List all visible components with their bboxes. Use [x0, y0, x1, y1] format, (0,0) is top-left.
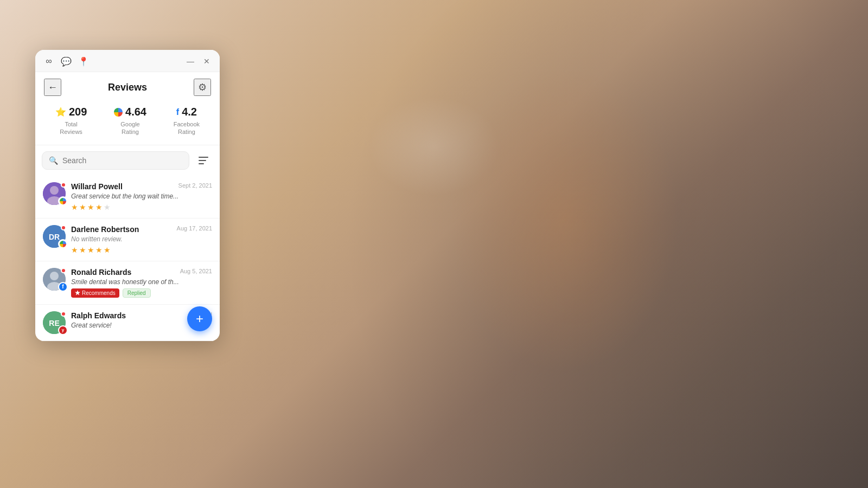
search-icon: 🔍	[49, 156, 58, 165]
svg-text:DR: DR	[49, 233, 60, 241]
infinity-icon[interactable]: ∞	[43, 55, 55, 67]
review-date: Aug 5, 2021	[180, 268, 212, 274]
review-content: Ronald Richards Aug 5, 2021 Smile dental…	[71, 268, 212, 298]
review-date: Aug 17, 2021	[177, 225, 212, 232]
replied-badge: Replied	[123, 288, 151, 298]
svg-text:RE: RE	[49, 319, 59, 328]
star-rating: ★ ★ ★ ★ ★	[71, 203, 212, 211]
svg-rect-0	[199, 157, 208, 158]
avatar-wrap: RE y	[43, 311, 66, 334]
source-badge-google	[58, 196, 68, 206]
reviews-widget: ∞ 💬 📍 — ✕ ← Reviews ⚙ ⭐ 209 TotalReviews	[35, 50, 220, 341]
avatar-wrap	[43, 182, 66, 205]
close-button[interactable]: ✕	[201, 56, 212, 67]
chat-icon[interactable]: 💬	[60, 55, 72, 67]
star-icon: ⭐	[55, 107, 66, 117]
stats-row: ⭐ 209 TotalReviews 4.64 GoogleRating f 4…	[35, 100, 220, 145]
reviewer-name: Darlene Robertson	[71, 225, 139, 234]
review-badges: Recommends Replied	[71, 288, 212, 298]
source-badge-yelp: y	[58, 325, 68, 335]
star-rating: ★ ★ ★ ★ ★	[71, 246, 212, 254]
svg-rect-1	[199, 160, 206, 161]
review-content: Willard Powell Sept 2, 2021 Great servic…	[71, 182, 212, 211]
titlebar-app-icons: ∞ 💬 📍	[43, 55, 90, 67]
search-input[interactable]	[62, 156, 182, 165]
search-container: 🔍	[35, 145, 220, 176]
reviewer-name: Ronald Richards	[71, 268, 131, 277]
google-icon	[114, 108, 123, 117]
source-badge-facebook: f	[58, 282, 68, 292]
titlebar-controls: — ✕	[185, 56, 212, 67]
stat-total-reviews: ⭐ 209 TotalReviews	[55, 106, 87, 136]
filter-button[interactable]	[194, 151, 213, 170]
review-item[interactable]: DR Darlene Robertson Aug 17, 2021 No wri…	[35, 219, 220, 261]
review-text: No written review.	[71, 235, 212, 243]
search-input-wrap[interactable]: 🔍	[42, 151, 189, 170]
settings-button[interactable]: ⚙	[194, 79, 211, 96]
source-badge-google	[58, 239, 68, 249]
online-indicator	[61, 268, 66, 273]
reviewer-name: Willard Powell	[71, 182, 123, 191]
page-title: Reviews	[108, 82, 147, 93]
fab-button[interactable]: +	[187, 306, 212, 331]
stat-facebook-rating: f 4.2 FacebookRating	[174, 106, 200, 136]
svg-point-9	[50, 272, 59, 280]
avatar-wrap: f	[43, 268, 66, 291]
facebook-rating-value: 4.2	[182, 106, 197, 118]
titlebar: ∞ 💬 📍 — ✕	[35, 50, 220, 72]
minimize-button[interactable]: —	[185, 56, 196, 67]
facebook-icon: f	[176, 107, 179, 117]
avatar-wrap: DR	[43, 225, 66, 248]
svg-point-4	[50, 186, 59, 195]
online-indicator	[61, 225, 66, 230]
stat-google-rating: 4.64 GoogleRating	[114, 106, 146, 136]
review-text: Great service but the long wait time...	[71, 192, 212, 200]
recommends-badge: Recommends	[71, 288, 119, 298]
location-icon[interactable]: 📍	[78, 55, 90, 67]
total-reviews-label: TotalReviews	[60, 120, 82, 136]
total-reviews-value: 209	[69, 106, 87, 118]
page-header: ← Reviews ⚙	[35, 72, 220, 100]
online-indicator	[61, 311, 66, 317]
review-content: Darlene Robertson Aug 17, 2021 No writte…	[71, 225, 212, 254]
back-button[interactable]: ←	[44, 79, 61, 96]
review-date: Sept 2, 2021	[178, 182, 212, 189]
facebook-rating-label: FacebookRating	[174, 120, 200, 136]
online-indicator	[61, 182, 66, 188]
google-rating-value: 4.64	[125, 106, 146, 118]
svg-rect-2	[199, 163, 204, 164]
reviewer-name: Ralph Edwards	[71, 311, 126, 320]
review-item[interactable]: f Ronald Richards Aug 5, 2021 Smile dent…	[35, 261, 220, 305]
review-text: Smile dental was honestly one of th...	[71, 278, 212, 286]
review-item[interactable]: Willard Powell Sept 2, 2021 Great servic…	[35, 176, 220, 219]
google-rating-label: GoogleRating	[120, 120, 139, 136]
